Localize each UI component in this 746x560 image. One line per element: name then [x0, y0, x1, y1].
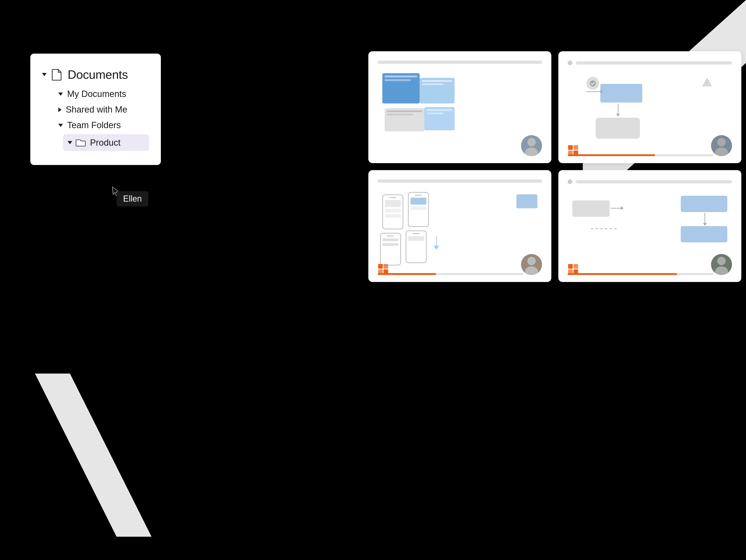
svg-rect-19 — [573, 264, 578, 269]
cards-container: ! — [368, 51, 741, 282]
card-3-topbar — [378, 179, 542, 183]
card-2-dot — [568, 61, 572, 65]
expand-icon-shared — [58, 108, 61, 112]
card-wireframe-phones — [368, 170, 551, 282]
expand-icon-documents — [42, 73, 47, 76]
nav-item-product[interactable]: Product — [63, 134, 149, 151]
card-2-bar — [576, 61, 732, 64]
bg-shape-bottom-left — [35, 374, 151, 537]
card-3-bar — [378, 179, 542, 183]
card-3-avatar — [521, 254, 542, 275]
svg-point-11 — [525, 266, 538, 275]
card-1-avatar — [521, 135, 542, 156]
card-4-topbar — [568, 179, 732, 184]
card-2-topbar — [568, 61, 732, 65]
card-1-bar — [378, 61, 542, 64]
expand-icon-product — [67, 141, 72, 144]
svg-text:!: ! — [706, 81, 708, 85]
svg-point-16 — [717, 257, 726, 265]
card-1-topbar — [378, 61, 542, 64]
svg-point-4 — [717, 138, 726, 146]
card-flow-diagram: ! — [558, 51, 741, 163]
svg-point-10 — [527, 257, 536, 265]
shared-with-me-label: Shared with Me — [66, 105, 127, 115]
avatar-woman-1 — [521, 135, 542, 156]
svg-point-17 — [715, 266, 728, 275]
card-4-dot — [568, 179, 572, 184]
nav-item-shared-with-me[interactable]: Shared with Me — [49, 102, 149, 117]
svg-rect-18 — [568, 264, 573, 269]
expand-icon-team-folders — [58, 124, 63, 127]
card-sticky-notes — [368, 51, 551, 163]
card-4-bar — [576, 180, 732, 183]
tooltip-ellen: Ellen — [117, 191, 148, 206]
nav-item-documents[interactable]: Documents — [42, 65, 149, 84]
product-label: Product — [90, 138, 120, 148]
svg-rect-13 — [383, 264, 388, 269]
svg-point-2 — [590, 80, 596, 86]
tooltip-text: Ellen — [123, 194, 142, 203]
svg-rect-12 — [378, 264, 383, 269]
svg-rect-7 — [573, 145, 578, 150]
svg-point-5 — [715, 148, 728, 156]
card-4-avatar — [711, 254, 732, 275]
team-folders-label: Team Folders — [67, 120, 121, 130]
document-icon — [51, 68, 63, 81]
svg-point-1 — [525, 148, 538, 156]
nav-sub-items: My Documents Shared with Me Team Folders… — [42, 86, 149, 151]
cursor-area: Ellen — [112, 186, 120, 197]
folder-icon — [76, 138, 86, 148]
card-flow-diagram-2 — [558, 170, 741, 282]
nav-panel: Documents My Documents Shared with Me Te… — [30, 54, 161, 165]
documents-label: Documents — [67, 67, 128, 82]
my-documents-label: My Documents — [67, 89, 126, 99]
svg-point-0 — [527, 138, 536, 146]
svg-rect-6 — [568, 145, 573, 150]
nav-item-team-folders[interactable]: Team Folders — [49, 117, 149, 133]
expand-icon-my-docs — [58, 92, 63, 96]
card-2-avatar — [711, 135, 732, 156]
nav-item-my-documents[interactable]: My Documents — [49, 86, 149, 102]
